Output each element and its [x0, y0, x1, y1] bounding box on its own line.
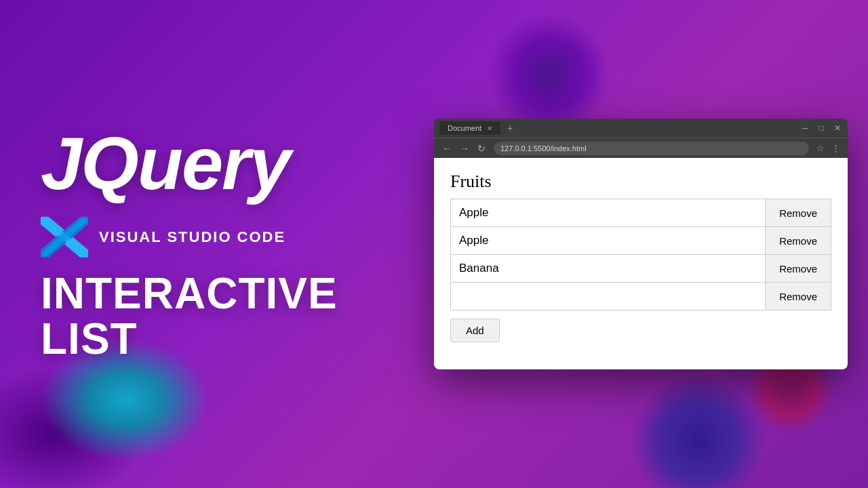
browser-tab[interactable]: Document ✕	[439, 121, 500, 135]
browser-titlebar: Document ✕ + ─ □ ✕	[434, 119, 848, 138]
fruit-input-1[interactable]	[451, 199, 765, 226]
left-panel: JQuery VISUAL STUDIO CODE INTERACTIVE LI…	[41, 126, 407, 362]
jquery-title: JQuery	[41, 126, 407, 201]
fruit-row: Remove	[451, 199, 831, 227]
browser-window: Document ✕ + ─ □ ✕ ← → ↻ ☆ ⋮ Fruits Remo…	[434, 119, 848, 369]
reload-button[interactable]: ↻	[475, 142, 488, 155]
close-window-icon[interactable]: ✕	[833, 123, 842, 133]
fruits-list: Remove Remove Remove Remove	[450, 199, 831, 310]
fruit-input-4[interactable]	[451, 283, 765, 310]
tab-close-icon[interactable]: ✕	[487, 125, 492, 132]
add-button[interactable]: Add	[450, 319, 500, 342]
blob-top-center-dark	[488, 14, 610, 136]
interactive-list-title: INTERACTIVE LIST	[41, 271, 407, 362]
tab-title: Document	[448, 124, 481, 132]
browser-content: Fruits Remove Remove Remove Remove	[434, 158, 848, 369]
fruit-row: Remove	[451, 283, 831, 310]
nav-buttons: ← → ↻	[439, 142, 488, 155]
vscode-row: VISUAL STUDIO CODE	[41, 217, 407, 258]
fruits-heading: Fruits	[450, 171, 831, 192]
remove-button-2[interactable]: Remove	[765, 227, 831, 254]
window-controls: ─ □ ✕	[800, 123, 842, 133]
settings-icon[interactable]: ⋮	[829, 142, 842, 155]
vscode-label: VISUAL STUDIO CODE	[99, 228, 285, 246]
minimize-icon[interactable]: ─	[800, 123, 810, 133]
maximize-icon[interactable]: □	[816, 123, 826, 133]
address-bar[interactable]	[494, 142, 809, 155]
remove-button-3[interactable]: Remove	[765, 255, 831, 282]
fruit-row: Remove	[451, 227, 831, 255]
bookmark-icon[interactable]: ☆	[814, 142, 827, 155]
remove-button-4[interactable]: Remove	[765, 283, 831, 310]
back-button[interactable]: ←	[439, 142, 454, 155]
remove-button-1[interactable]: Remove	[765, 199, 831, 226]
fruit-row: Remove	[451, 255, 831, 283]
fruit-input-3[interactable]	[451, 255, 765, 282]
fruit-input-2[interactable]	[451, 227, 765, 254]
vscode-icon	[41, 217, 88, 258]
new-tab-icon[interactable]: +	[505, 123, 515, 134]
toolbar-actions: ☆ ⋮	[814, 142, 842, 155]
browser-toolbar: ← → ↻ ☆ ⋮	[434, 138, 848, 158]
forward-button[interactable]: →	[457, 142, 472, 155]
